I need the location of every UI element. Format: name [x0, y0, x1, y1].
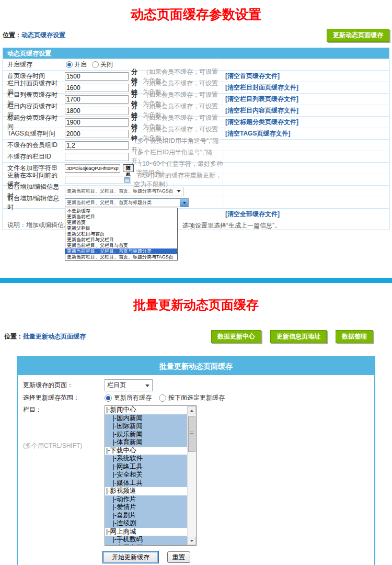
action-buttons: 数据更新中心 更新信息页地址 数据整理: [211, 330, 373, 343]
row-extra: [223, 197, 389, 208]
backend-update-select[interactable]: 更新当前栏目、父栏目、首页、标题分类与TAGS页: [65, 187, 183, 196]
scroll-down-button[interactable]: [188, 537, 196, 545]
list-item[interactable]: |-家用电器: [105, 544, 187, 546]
radio-label: 更新所有缓存: [114, 393, 152, 402]
table-row: 前台增加/编辑信息时 更新当前栏目、父栏目、首页与标题分类 不更新缓存 更新当前…: [3, 197, 389, 208]
panel-buttons-row: 开始更新缓存 重置: [102, 551, 371, 563]
scrollbar-thumb[interactable]: [188, 416, 195, 452]
dropdown-option[interactable]: 更新当前栏目与父栏目: [65, 237, 177, 243]
random-button[interactable]: 随机: [123, 164, 134, 172]
clear-cache-link[interactable]: [清空栏目列表页缓存文件]: [225, 95, 298, 104]
row-extra: [清空TAGS页缓存文件]: [223, 128, 389, 139]
clear-cache-link[interactable]: [清空标题分类页缓存文件]: [225, 118, 298, 127]
list-item[interactable]: |-安全相关: [105, 471, 187, 479]
panel-title: 批量更新动态页面缓存: [18, 357, 374, 375]
location-link-2[interactable]: 批量更新动态页面缓存: [23, 333, 86, 340]
action-button[interactable]: 更新信息页地址: [270, 330, 327, 343]
cache-on-radio[interactable]: [66, 61, 73, 68]
row-extra: [清空栏目封面页缓存文件]: [223, 82, 389, 93]
update-all-radio[interactable]: [105, 394, 112, 402]
dropdown-option[interactable]: 更新父栏目与首页: [65, 231, 177, 237]
page-title-2: 批量更新动态页面缓存: [0, 298, 392, 312]
frontend-update-select[interactable]: 更新当前栏目、父栏目、首页与标题分类: [65, 198, 189, 207]
list-item[interactable]: |-手机数码: [105, 536, 187, 544]
date-input-wrap: [65, 176, 131, 184]
update-selected-radio[interactable]: [159, 394, 166, 402]
row-extra: [清空栏目内容页缓存文件]: [223, 105, 389, 116]
row-extra: [清空栏目列表页缓存文件]: [223, 94, 389, 105]
clear-cache-link[interactable]: [清空栏目封面页缓存文件]: [225, 83, 298, 92]
multi-select-hint: (多个用CTRL/SHIFT): [23, 442, 105, 450]
cache-time-input[interactable]: [65, 84, 129, 92]
radio-on-label: 开启: [74, 60, 87, 69]
list-item[interactable]: |-新闻中心: [105, 406, 187, 414]
reset-button[interactable]: 重置: [167, 551, 190, 563]
encrypt-string-input[interactable]: [65, 164, 120, 173]
chevron-down-icon: [177, 190, 181, 195]
dropdown-option[interactable]: 更新父栏目: [65, 225, 177, 231]
row-label: 不缓存的会员组ID: [3, 140, 63, 151]
row-label: 不缓存的栏目ID: [3, 151, 63, 162]
list-item[interactable]: |-娱乐新闻: [105, 431, 187, 439]
dropdown-option[interactable]: 不更新缓存: [65, 208, 177, 214]
breadcrumb: 位置：动态页缓存设置: [3, 29, 65, 42]
dropdown-option[interactable]: 更新当前栏目、父栏目与首页: [65, 243, 177, 248]
select-arrow-button[interactable]: [180, 199, 188, 207]
cache-time-input[interactable]: [65, 72, 129, 81]
cache-off-radio[interactable]: [92, 61, 99, 68]
dropdown-option[interactable]: 更新当前栏目: [65, 214, 177, 220]
note-text-left: 说明：增加或编辑信息自动会更: [3, 221, 67, 230]
id-input[interactable]: [65, 141, 129, 150]
clear-cache-link[interactable]: [清空栏目内容页缓存文件]: [225, 106, 298, 115]
dropdown-option[interactable]: 更新首页: [65, 220, 177, 225]
radio-label: 按下面选定更新缓存: [168, 393, 225, 402]
clear-all-cache-link[interactable]: [清空全部缓存文件]: [225, 210, 280, 219]
list-item[interactable]: |-动作片: [105, 495, 187, 504]
cache-time-input[interactable]: [65, 118, 129, 127]
scroll-up-button[interactable]: [188, 406, 196, 414]
cache-time-input[interactable]: [65, 95, 129, 104]
row-extra: [223, 174, 389, 185]
location-link[interactable]: 动态页缓存设置: [21, 31, 65, 39]
dropdown-option[interactable]: 更新当前栏目、父栏目、首页与标题分类: [65, 248, 177, 254]
update-dynamic-cache-button[interactable]: 更新动态页面缓存: [327, 29, 389, 42]
page-type-select[interactable]: 栏目页: [105, 379, 153, 391]
chevron-down-icon: [183, 202, 186, 206]
list-item[interactable]: |-国内新闻: [105, 414, 187, 423]
listbox-scrollbar[interactable]: [187, 406, 196, 545]
location-label-2: 位置：: [4, 333, 23, 340]
list-item[interactable]: |-系统软件: [105, 455, 187, 463]
row-label-column: 栏目： (多个用CTRL/SHIFT): [21, 405, 105, 450]
note-row: 说明：增加或编辑信息自动会更 选项设置里选择“生成上一篇信息”。: [3, 220, 389, 230]
column-listbox[interactable]: |-新闻中心 |-国内新闻 |-国际新闻 |-娱乐新闻 |-体育新闻 |-下载中…: [105, 405, 197, 546]
location-bar-2: 位置：批量更新动态页面缓存 数据更新中心 更新信息页地址 数据整理: [4, 330, 388, 344]
calendar-icon[interactable]: [124, 177, 130, 183]
action-button[interactable]: 数据整理: [336, 330, 373, 343]
list-item[interactable]: |-连续剧: [105, 519, 187, 528]
start-update-button[interactable]: 开始更新缓存: [102, 551, 159, 563]
id-input[interactable]: [65, 153, 129, 161]
table-row: [清空全部缓存文件]: [3, 208, 389, 220]
cache-time-input[interactable]: [65, 107, 129, 115]
scope-row: 选择更新缓存范围： 更新所有缓存 按下面选定更新缓存: [21, 393, 371, 402]
list-item[interactable]: |-爱情片: [105, 503, 187, 512]
list-item[interactable]: |-国际新闻: [105, 422, 187, 431]
dropdown-option[interactable]: 更新当前栏目、父栏目、首页、标题分类与TAGS页: [65, 254, 177, 260]
list-item[interactable]: |-网上商城: [105, 528, 187, 536]
row-label: TAGS页缓存时间: [3, 128, 63, 139]
listbox-items: |-新闻中心 |-国内新闻 |-国际新闻 |-娱乐新闻 |-体育新闻 |-下载中…: [105, 406, 187, 546]
clear-cache-link[interactable]: [清空TAGS页缓存文件]: [225, 129, 290, 138]
list-item[interactable]: |-体育新闻: [105, 438, 187, 447]
cache-time-input[interactable]: [65, 130, 129, 138]
list-item[interactable]: |-下载中心: [105, 447, 187, 455]
list-item[interactable]: |-网络工具: [105, 463, 187, 471]
row-control: 更新当前栏目、父栏目、首页、标题分类与TAGS页: [63, 186, 223, 197]
list-item[interactable]: |-影视频道: [105, 487, 187, 495]
clear-cache-link[interactable]: [清空首页缓存文件]: [225, 72, 280, 81]
action-button[interactable]: 数据更新中心: [211, 330, 261, 343]
list-item[interactable]: |-媒体工具: [105, 479, 187, 488]
update-before-time-input[interactable]: [65, 176, 131, 184]
list-item[interactable]: |-喜剧片: [105, 512, 187, 520]
row-extra: [223, 186, 389, 197]
panel-body: 更新缓存的页面： 栏目页 选择更新缓存范围： 更新所有缓存 按下面选定更新缓存 …: [18, 375, 374, 565]
